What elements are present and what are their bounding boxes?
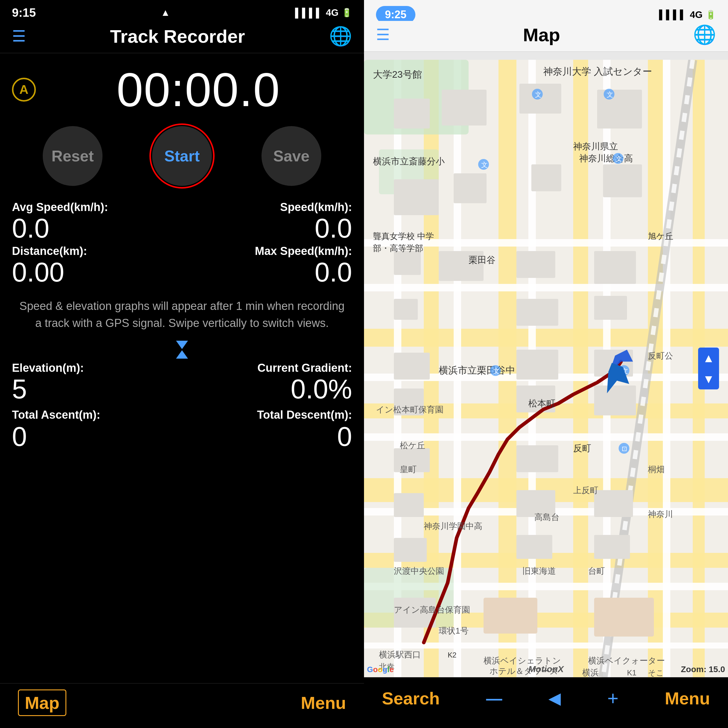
arrow-down-icon [176,341,188,349]
svg-text:反町公: 反町公 [648,351,673,360]
zoom-in-button[interactable]: ▲ [698,347,719,369]
svg-text:文: 文 [616,155,622,162]
svg-text:栗田谷: 栗田谷 [469,255,496,265]
menu-tab-right[interactable]: Menu [665,688,710,708]
svg-rect-22 [663,60,670,677]
save-button[interactable]: Save [262,126,321,186]
descent-label: Total Descent(m): [257,408,352,421]
globe-icon-left[interactable]: 🌐 [329,25,352,47]
map-title: Map [523,24,560,46]
zoom-out-button[interactable]: ▼ [698,369,719,389]
search-tab[interactable]: Search [382,688,440,708]
svg-rect-55 [516,535,552,559]
menu-tab-left[interactable]: Menu [301,693,346,713]
descent-value: 0 [257,421,352,452]
svg-rect-1 [364,329,728,347]
svg-text:神奈川総合高: 神奈川総合高 [579,153,633,163]
avg-speed-label: Avg Speed(km/h): [12,201,180,214]
elevation-left: Elevation(m): 5 [12,362,84,402]
map-tab-left[interactable]: Map [18,690,66,716]
minus-icon[interactable]: — [486,689,502,708]
svg-text:台町: 台町 [588,566,605,576]
descent-item: Total Descent(m): 0 [257,408,352,452]
svg-rect-50 [516,445,558,472]
svg-text:神奈川県立: 神奈川県立 [573,141,618,151]
svg-rect-14 [364,433,728,441]
svg-text:文: 文 [493,367,500,375]
status-icons-right: ▌▌▌▌ 4G 🔋 [659,9,716,20]
svg-text:そこ: そこ [648,668,664,677]
speed-label: Speed(km/h): [184,201,352,214]
status-bar-left: 9:15 ▲ ▌▌▌▌ 4G 🔋 [0,0,364,22]
timer-section: A 00:00.0 [0,53,364,120]
svg-text:旧東海道: 旧東海道 [522,566,556,576]
svg-text:聾真女学校 中学: 聾真女学校 中学 [373,232,434,241]
svg-rect-30 [519,84,561,113]
svg-text:アイン高島台保育園: アイン高島台保育園 [394,605,470,615]
svg-rect-54 [394,538,427,562]
svg-rect-17 [364,642,728,648]
svg-text:横浜ベイクォーター: 横浜ベイクォーター [588,656,665,665]
map-background: 大学23号館 神奈川大学 入試センター 横浜市立斎藤分小 神奈川県立 神奈川総合… [364,60,728,677]
svg-text:横浜駅西口: 横浜駅西口 [379,650,421,659]
svg-text:環状1号: 環状1号 [439,626,469,635]
svg-rect-48 [594,385,636,415]
max-speed-item: Max Speed(km/h): 0.0 [184,245,352,286]
gradient-value: 0.0% [257,376,352,402]
svg-text:文: 文 [607,91,613,98]
globe-icon-right[interactable]: 🌐 [693,24,716,46]
svg-rect-32 [394,179,439,215]
svg-rect-31 [597,90,642,128]
svg-text:文: 文 [535,91,541,98]
network-type-right: 4G [690,9,703,20]
hamburger-icon-right[interactable]: ☰ [376,26,390,44]
svg-text:横浜市立斎藤分小: 横浜市立斎藤分小 [373,156,445,166]
svg-text:神奈川学園中高: 神奈川学園中高 [424,522,482,531]
svg-text:上反町: 上反町 [573,486,598,495]
svg-rect-12 [364,284,728,291]
svg-rect-36 [394,251,421,275]
speed-item: Speed(km/h): 0.0 [184,201,352,242]
zoom-controls: ▲ ▼ [698,347,719,389]
bottom-tabs-right: Search — ◀ + Menu [364,677,728,728]
motionx-logo: MotionX [528,664,564,674]
gradient-label: Current Gradient: [257,362,352,375]
elevation-section: Elevation(m): 5 Current Gradient: 0.0% [0,338,364,405]
svg-text:横浜: 横浜 [582,668,599,677]
svg-rect-53 [594,490,633,517]
svg-text:神奈川: 神奈川 [648,509,673,519]
time-left: 9:15 [12,6,36,20]
svg-text:反町: 反町 [573,443,591,453]
start-button[interactable]: Start [152,126,212,186]
svg-text:皇町: 皇町 [400,465,417,474]
bottom-tabs-left: Map Menu [0,683,364,728]
signal-icon: ▌▌▌▌ [295,8,323,18]
svg-rect-42 [594,296,627,320]
distance-label: Distance(km): [12,245,180,258]
svg-text:松本町: 松本町 [528,398,555,408]
distance-value: 0.00 [12,259,180,286]
battery-icon-right: 🔋 [706,10,716,20]
plus-icon[interactable]: + [607,687,618,710]
map-container[interactable]: 大学23号館 神奈川大学 入試センター 横浜市立斎藤分小 神奈川県立 神奈川総合… [364,60,728,677]
map-svg: 大学23号館 神奈川大学 入試センター 横浜市立斎藤分小 神奈川県立 神奈川総合… [364,60,728,677]
svg-rect-44 [516,350,558,379]
app-title: Track Recorder [110,26,245,47]
avg-speed-item: Avg Speed(km/h): 0.0 [12,201,180,242]
svg-rect-40 [394,299,418,320]
svg-text:K2: K2 [448,651,456,659]
signal-icon-right: ▌▌▌▌ [659,9,687,20]
control-buttons: Reset Start Save [0,120,364,195]
max-speed-value: 0.0 [184,259,352,286]
reset-button[interactable]: Reset [43,126,102,186]
svg-rect-38 [516,251,555,278]
svg-rect-33 [454,173,486,203]
svg-text:文: 文 [481,161,488,168]
hamburger-icon-left[interactable]: ☰ [12,27,26,45]
svg-rect-29 [394,99,430,128]
elevation-right: Current Gradient: 0.0% [257,362,352,402]
elevation-arrows [12,341,352,359]
svg-rect-58 [483,598,537,633]
max-speed-label: Max Speed(km/h): [184,245,352,258]
location-icon-right[interactable]: ◀ [548,689,561,708]
